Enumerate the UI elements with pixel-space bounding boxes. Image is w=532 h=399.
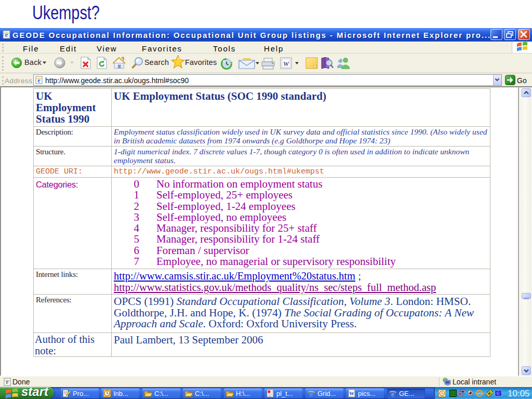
- svg-text:W: W: [349, 391, 354, 396]
- svg-text:e: e: [6, 378, 9, 385]
- svg-text:e: e: [310, 390, 313, 398]
- svg-text:W: W: [283, 60, 290, 68]
- svg-text:e: e: [391, 390, 395, 398]
- svg-text:e: e: [37, 77, 41, 84]
- svg-text:e: e: [5, 31, 8, 38]
